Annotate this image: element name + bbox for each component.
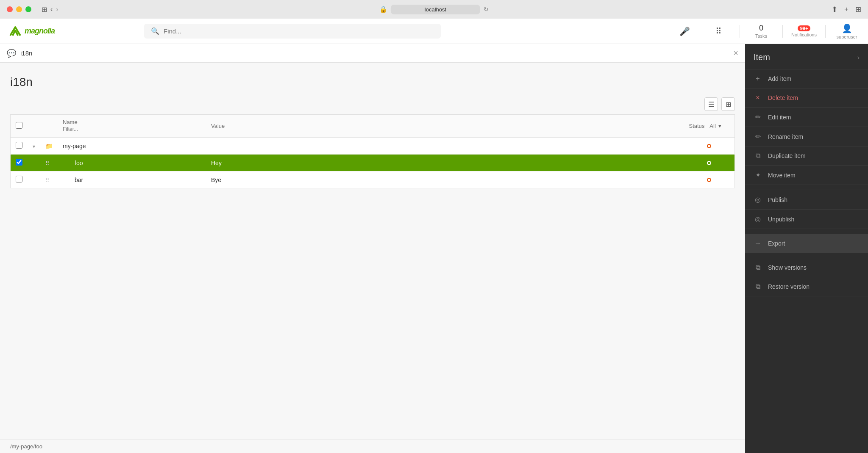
close-button[interactable]: × [733, 48, 738, 58]
panel-section-divider [745, 253, 868, 258]
row-name: bar [58, 171, 206, 188]
row-value: Hey [206, 155, 684, 171]
delete-item-icon: × [754, 94, 762, 102]
user-button[interactable]: 👤 superuser [834, 23, 860, 39]
expand-icon[interactable]: ▾ [33, 144, 35, 149]
nav-back-icon[interactable]: ‹ [50, 6, 53, 13]
apps-button[interactable]: ⠿ [706, 26, 731, 36]
panel-action-unpublish[interactable]: ◎Unpublish [745, 210, 868, 229]
panel-section-divider [745, 229, 868, 234]
status-chevron-icon: ▾ [718, 123, 721, 129]
row-value [206, 138, 684, 155]
search-icon: 🔍 [151, 27, 159, 35]
restore-version-label: Restore version [768, 283, 810, 290]
folder-icon: 📁 [45, 143, 53, 149]
panel-action-show-versions[interactable]: ⧉Show versions [745, 258, 868, 277]
notifications-count: 99+ [798, 25, 811, 31]
panel-action-add-item[interactable]: +Add item [745, 69, 868, 88]
show-versions-label: Show versions [768, 264, 807, 271]
header-right: 🎤 ⠿ 0 Tasks 99+ Notifications 👤 superuse… [672, 23, 860, 39]
panel-expand-icon[interactable]: › [857, 54, 860, 61]
reload-icon[interactable]: ↻ [484, 6, 489, 13]
notifications-button[interactable]: 99+ Notifications [791, 25, 817, 37]
panel-action-rename-item[interactable]: ✏Rename item [745, 127, 868, 146]
header-divider3 [825, 25, 826, 38]
name-column-label: Name [63, 119, 201, 125]
status-indicator [707, 144, 711, 148]
row-status [684, 171, 735, 188]
current-path: /my-page/foo [10, 443, 42, 450]
table-row[interactable]: ▾ 📁 my-page [11, 138, 735, 155]
panel-title: Item [754, 52, 770, 62]
add-item-icon: + [754, 75, 762, 83]
edit-item-icon: ✏ [754, 113, 762, 121]
grid-icon[interactable]: ⊞ [855, 5, 861, 14]
status-indicator [707, 178, 711, 182]
table-row[interactable]: ⠿ foo Hey [11, 155, 735, 171]
tasks-button[interactable]: 0 Tasks [748, 24, 774, 39]
new-tab-icon[interactable]: + [844, 5, 849, 14]
row-checkbox[interactable] [16, 159, 22, 166]
tasks-label: Tasks [755, 33, 767, 39]
table-header-row: Name Value Status All ▾ [11, 115, 735, 138]
header-status: Status All ▾ [684, 115, 735, 138]
row-name: my-page [58, 138, 206, 155]
url-bar[interactable]: localhost [391, 5, 480, 14]
grid-view-button[interactable]: ⊞ [721, 97, 735, 111]
row-checkbox[interactable] [16, 142, 22, 149]
unpublish-icon: ◎ [754, 215, 762, 223]
titlebar-center: 🔒 localhost ↻ [379, 5, 489, 14]
row-value: Bye [206, 171, 684, 188]
sidebar-toggle-icon[interactable]: ⊞ [42, 6, 47, 14]
unpublish-label: Unpublish [768, 216, 794, 223]
minimize-traffic-light[interactable] [16, 6, 22, 12]
drag-icon: ⠿ [45, 160, 50, 166]
panel-actions: +Add item×Delete item✏Edit item✏Rename i… [745, 69, 868, 296]
status-filter-value[interactable]: All [709, 123, 715, 129]
row-icon-cell: ⠿ [40, 171, 58, 188]
share-icon[interactable]: ⬆ [832, 5, 837, 14]
panel-action-edit-item[interactable]: ✏Edit item [745, 108, 868, 127]
page-title: i18n [10, 75, 735, 89]
row-name: foo [58, 155, 206, 171]
table-row[interactable]: ⠿ bar Bye [11, 171, 735, 188]
appbar-title: i18n [20, 50, 32, 57]
row-checkbox[interactable] [16, 176, 22, 182]
shield-icon: 🔒 [379, 6, 387, 13]
titlebar: ⊞ ‹ › 🔒 localhost ↻ ⬆ + ⊞ [0, 0, 868, 19]
titlebar-right-icons: ⬆ + ⊞ [832, 5, 861, 14]
data-table: Name Value Status All ▾ [10, 114, 735, 188]
list-view-button[interactable]: ☰ [704, 97, 718, 111]
logo-text: magnolia [25, 27, 55, 36]
header-expand-cell [28, 115, 40, 138]
row-checkbox-cell [11, 171, 28, 188]
panel-action-move-item[interactable]: ✦Move item [745, 166, 868, 185]
search-input[interactable] [164, 28, 434, 35]
delete-item-label: Delete item [768, 94, 798, 101]
app-header: magnolia 🔍 🎤 ⠿ 0 Tasks 99+ Notifications… [0, 19, 868, 44]
panel-action-duplicate-item[interactable]: ⧉Duplicate item [745, 146, 868, 166]
notifications-label: Notifications [791, 32, 817, 37]
panel-action-restore-version[interactable]: ⧉Restore version [745, 277, 868, 296]
drag-icon: ⠿ [45, 177, 50, 183]
panel-action-delete-item[interactable]: ×Delete item [745, 88, 868, 108]
nav-forward-icon[interactable]: › [56, 6, 58, 13]
panel-action-publish[interactable]: ◎Publish [745, 190, 868, 210]
header-checkbox-cell [11, 115, 28, 138]
export-icon: → [754, 240, 762, 247]
search-bar[interactable]: 🔍 [144, 24, 441, 39]
page-content: i18n ☰ ⊞ Name [0, 63, 745, 439]
status-label: Status [689, 123, 705, 129]
row-checkbox-cell [11, 155, 28, 171]
publish-label: Publish [768, 196, 787, 203]
right-panel: Item › +Add item×Delete item✏Edit item✏R… [745, 44, 868, 453]
panel-action-export[interactable]: →Export [745, 234, 868, 253]
restore-version-icon: ⧉ [754, 283, 762, 290]
voice-button[interactable]: 🎤 [672, 26, 697, 36]
header-value: Value [206, 115, 684, 138]
select-all-checkbox[interactable] [16, 122, 22, 129]
name-filter-input[interactable] [63, 125, 201, 133]
fullscreen-traffic-light[interactable] [25, 6, 31, 12]
page-footer: /my-page/foo [0, 439, 745, 453]
close-traffic-light[interactable] [7, 6, 13, 12]
